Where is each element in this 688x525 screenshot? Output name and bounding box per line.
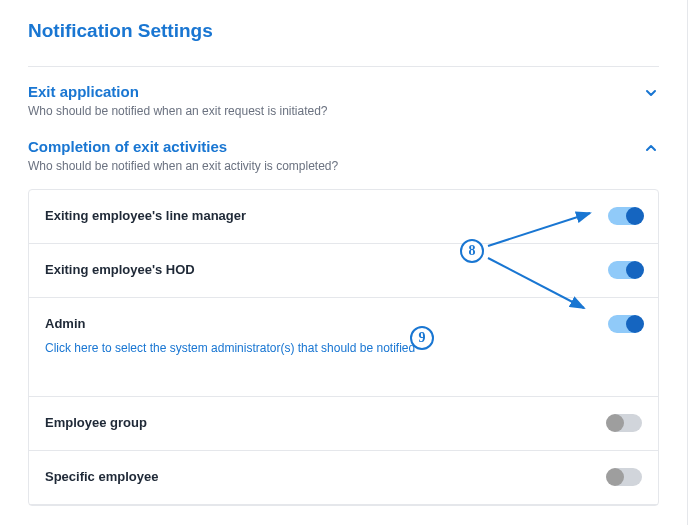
toggle-hod[interactable] (608, 261, 642, 279)
divider (28, 66, 659, 67)
chevron-up-icon[interactable] (643, 140, 659, 160)
section-title-exit-application: Exit application (28, 83, 643, 100)
option-label-hod: Exiting employee's HOD (45, 262, 608, 277)
admin-select-link[interactable]: Click here to select the system administ… (45, 341, 415, 355)
section-desc-exit-application: Who should be notified when an exit requ… (28, 104, 643, 118)
option-row-admin: Admin Click here to select the system ad… (29, 298, 658, 397)
toggle-line-manager[interactable] (608, 207, 642, 225)
option-label-employee-group: Employee group (45, 415, 608, 430)
annotation-badge-9: 9 (410, 326, 434, 350)
option-row-employee-group: Employee group (29, 397, 658, 451)
section-desc-completion: Who should be notified when an exit acti… (28, 159, 643, 173)
option-row-hod: Exiting employee's HOD (29, 244, 658, 298)
option-label-specific-employee: Specific employee (45, 469, 608, 484)
toggle-employee-group[interactable] (608, 414, 642, 432)
toggle-admin[interactable] (608, 315, 642, 333)
option-label-admin: Admin (45, 316, 608, 331)
section-header-completion[interactable]: Completion of exit activities Who should… (28, 138, 659, 173)
chevron-down-icon[interactable] (643, 85, 659, 105)
option-label-line-manager: Exiting employee's line manager (45, 208, 608, 223)
options-panel: Exiting employee's line manager Exiting … (28, 189, 659, 506)
section-header-exit-application[interactable]: Exit application Who should be notified … (28, 83, 659, 118)
option-row-line-manager: Exiting employee's line manager (29, 190, 658, 244)
section-title-completion: Completion of exit activities (28, 138, 643, 155)
section-completion-activities: Completion of exit activities Who should… (28, 138, 659, 506)
toggle-specific-employee[interactable] (608, 468, 642, 486)
page-title: Notification Settings (28, 20, 659, 42)
option-row-specific-employee: Specific employee (29, 451, 658, 505)
annotation-badge-8: 8 (460, 239, 484, 263)
section-exit-application: Exit application Who should be notified … (28, 83, 659, 118)
